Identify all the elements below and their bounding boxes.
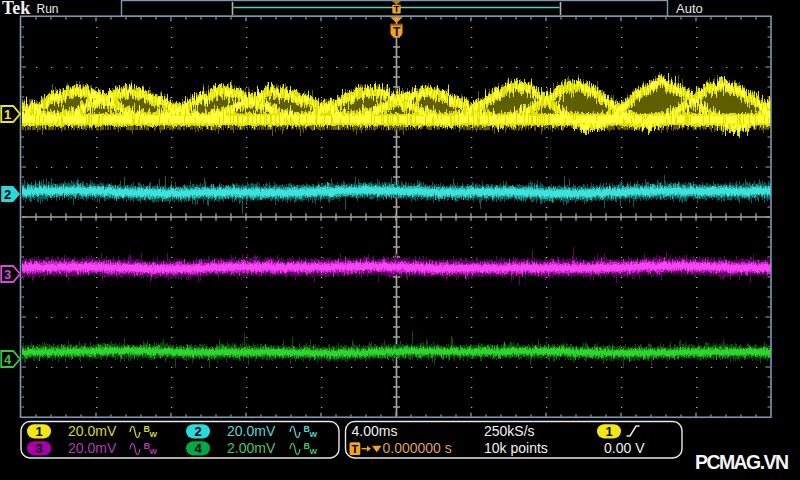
svg-text:20.0mV: 20.0mV xyxy=(68,423,117,439)
svg-text:0.000000 s: 0.000000 s xyxy=(383,440,452,456)
svg-text:1: 1 xyxy=(35,424,42,439)
svg-text:0.00 V: 0.00 V xyxy=(604,440,645,456)
svg-text:W: W xyxy=(150,430,158,439)
svg-text:T: T xyxy=(393,25,401,39)
svg-text:3: 3 xyxy=(35,441,42,456)
svg-text:W: W xyxy=(310,447,318,456)
svg-text:4: 4 xyxy=(4,352,12,367)
svg-text:Auto: Auto xyxy=(676,1,703,16)
svg-text:10k points: 10k points xyxy=(484,440,548,456)
svg-text:1: 1 xyxy=(605,424,612,439)
svg-text:2.00mV: 2.00mV xyxy=(227,440,276,456)
svg-text:Tek: Tek xyxy=(2,0,30,18)
svg-text:2: 2 xyxy=(4,187,11,202)
svg-text:4: 4 xyxy=(194,441,202,456)
svg-text:250kS/s: 250kS/s xyxy=(484,423,535,439)
svg-text:W: W xyxy=(150,447,158,456)
svg-text:W: W xyxy=(310,430,318,439)
svg-text:T: T xyxy=(394,4,400,14)
svg-text:T: T xyxy=(352,443,359,455)
svg-text:4.00ms: 4.00ms xyxy=(352,423,398,439)
svg-text:Run: Run xyxy=(37,2,59,16)
svg-text:PCMAG.VN: PCMAG.VN xyxy=(695,451,789,473)
svg-text:3: 3 xyxy=(4,267,11,282)
svg-text:2: 2 xyxy=(194,424,201,439)
svg-text:20.0mV: 20.0mV xyxy=(227,423,276,439)
svg-text:20.0mV: 20.0mV xyxy=(68,440,117,456)
svg-text:1: 1 xyxy=(4,107,11,122)
